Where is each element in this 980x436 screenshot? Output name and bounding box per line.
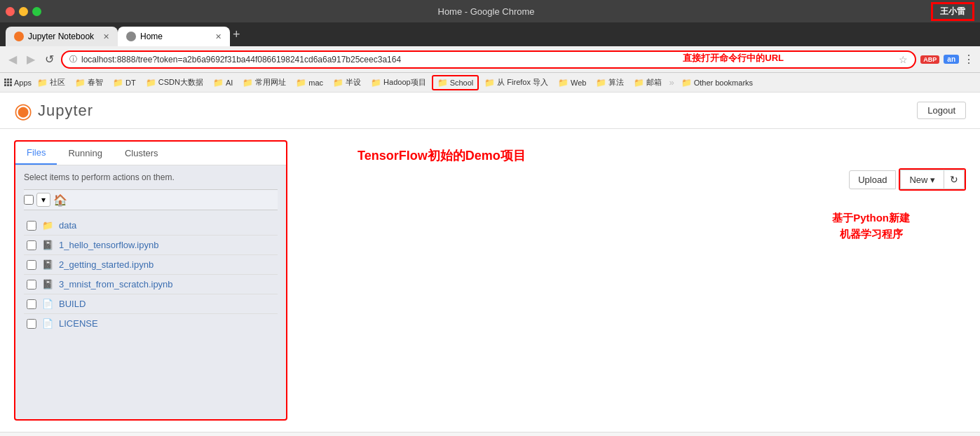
bm-csdn[interactable]: 📁CSDN大数据 — [142, 76, 207, 89]
file-row-mnist: 📓 3_mnist_from_scratch.ipynb — [24, 275, 278, 294]
demo-annotation: TensorFlow初始的Demo项目 — [358, 147, 526, 164]
file-icon: 📄 — [42, 318, 53, 329]
folder-icon: 📁 — [596, 78, 606, 88]
folder-icon: 📁 — [213, 78, 224, 88]
folder-icon: 📁 — [75, 78, 86, 88]
jupyter-logo-text: Jupyter — [38, 102, 93, 120]
close-button[interactable] — [6, 7, 15, 16]
bookmark-star-icon[interactable]: ☆ — [899, 54, 908, 65]
tab-home-label: Home — [140, 32, 163, 41]
file-checkbox[interactable] — [27, 319, 36, 329]
titlebar: Home - Google Chrome 王小雷 — [0, 0, 980, 22]
refresh-button[interactable]: ↻ — [944, 170, 965, 189]
adblock-badge: ABP — [920, 55, 939, 64]
window-title: Home - Google Chrome — [47, 6, 925, 17]
bookmarks-bar: Apps 📁社区 📁春智 📁DT 📁CSDN大数据 📁AI 📁常用网址 📁mac… — [0, 73, 980, 93]
bm-changyong[interactable]: 📁常用网址 — [238, 76, 290, 89]
bm-dt[interactable]: 📁DT — [109, 76, 140, 89]
jupyter-header: ◉ Jupyter Logout — [0, 93, 980, 129]
new-button[interactable]: New ▾ — [900, 170, 944, 189]
folder-icon: 📁 — [634, 78, 644, 88]
home-navigate-button[interactable]: 🏠 — [53, 193, 67, 207]
notebook-icon: 📓 — [42, 259, 53, 270]
tab-jupyter-close[interactable]: ✕ — [103, 32, 109, 41]
file-checkbox[interactable] — [27, 280, 36, 289]
tab-jupyter[interactable]: Jupyter Notebook ✕ — [6, 27, 118, 46]
bm-banshe[interactable]: 📁半设 — [329, 76, 365, 89]
addressbar: ◀ ▶ ↺ ⓘ localhost:8888/tree?token=a2b6a9… — [0, 46, 980, 73]
file-list: 📁 data 📓 1_hello_tensorflow.ipynb 📓 2_ge… — [24, 216, 278, 333]
folder-icon: 📁 — [243, 78, 253, 88]
forward-button[interactable]: ▶ — [24, 51, 38, 67]
jupyter-logo-icon: ◉ — [14, 98, 32, 123]
bm-other[interactable]: 📁Other bookmarks — [677, 76, 757, 89]
bm-firefox[interactable]: 📁从 Firefox 导入 — [480, 76, 552, 89]
jupyter-favicon — [14, 32, 24, 41]
reload-button[interactable]: ↺ — [42, 51, 57, 67]
folder-icon: 📁 — [296, 78, 306, 88]
maximize-button[interactable] — [32, 7, 41, 16]
tab-files[interactable]: Files — [15, 142, 57, 165]
apps-button[interactable]: Apps — [4, 79, 32, 87]
file-name[interactable]: 1_hello_tensorflow.ipynb — [59, 240, 158, 250]
tab-running[interactable]: Running — [57, 142, 113, 165]
upload-button[interactable]: Upload — [849, 170, 896, 189]
python-annotation-text: 基于Python新建机器学习程序 — [832, 212, 910, 240]
action-row: Upload New ▾ ↻ — [849, 168, 966, 191]
statusbar: http://blog.csdn.net/dream_an — [0, 432, 980, 436]
file-name[interactable]: BUILD — [59, 299, 86, 309]
bm-web[interactable]: 📁Web — [554, 76, 590, 89]
file-row-getting-started: 📓 2_getting_started.ipynb — [24, 255, 278, 275]
folder-icon: 📁 — [437, 78, 448, 88]
url-box[interactable]: ⓘ localhost:8888/tree?token=a2b6a9692f31… — [61, 50, 916, 69]
back-button[interactable]: ◀ — [6, 51, 20, 67]
tab-home[interactable]: Home ✕ — [118, 27, 230, 46]
file-name[interactable]: LICENSE — [59, 318, 98, 329]
bm-youxiang[interactable]: 📁邮箱 — [629, 76, 666, 89]
folder-icon: 📁 — [558, 78, 569, 88]
folder-icon: 📁 — [146, 78, 156, 88]
apps-grid-icon — [4, 79, 12, 86]
folder-icon: 📁 — [371, 78, 381, 88]
bm-shequn[interactable]: 📁社区 — [33, 76, 69, 89]
file-checkbox[interactable] — [27, 240, 36, 250]
home-favicon — [126, 32, 136, 41]
notebook-icon: 📓 — [42, 279, 53, 289]
new-button-group: New ▾ ↻ — [899, 168, 966, 191]
file-panel-body: Select items to perform actions on them.… — [15, 165, 286, 340]
file-icon: 📄 — [42, 299, 53, 309]
tab-clusters[interactable]: Clusters — [114, 142, 170, 165]
new-tab-button[interactable]: + — [233, 27, 240, 42]
bm-suanfa[interactable]: 📁算法 — [592, 76, 628, 89]
jupyter-logo: ◉ Jupyter — [14, 98, 93, 123]
bm-mac[interactable]: 📁mac — [292, 76, 327, 89]
minimize-button[interactable] — [19, 7, 28, 16]
bm-separator: » — [669, 77, 674, 88]
apps-label: Apps — [14, 79, 32, 87]
tab-jupyter-label: Jupyter Notebook — [28, 32, 94, 41]
sort-dropdown[interactable]: ▾ — [36, 193, 50, 207]
window-controls — [6, 7, 41, 16]
file-tabs: Files Running Clusters — [15, 142, 286, 165]
file-checkbox[interactable] — [27, 299, 36, 309]
file-checkbox[interactable] — [27, 260, 36, 270]
folder-icon: 📁 — [113, 78, 123, 88]
bm-ai[interactable]: 📁AI — [209, 76, 237, 89]
user-profile-highlight: 王小雷 — [931, 2, 974, 21]
bm-hadoop[interactable]: 📁Hadoop项目 — [367, 76, 430, 89]
file-checkbox[interactable] — [27, 221, 36, 231]
file-name[interactable]: data — [59, 220, 76, 231]
tabs-bar: Jupyter Notebook ✕ Home ✕ + — [0, 22, 980, 46]
select-all-checkbox[interactable] — [24, 195, 34, 205]
bm-chunzhi[interactable]: 📁春智 — [71, 76, 107, 89]
main-content: Files Running Clusters Select items to p… — [0, 129, 980, 432]
file-name[interactable]: 2_getting_started.ipynb — [59, 259, 154, 270]
select-hint: Select items to perform actions on them. — [24, 172, 278, 182]
logout-button[interactable]: Logout — [917, 102, 966, 119]
bm-school[interactable]: 📁School — [432, 75, 479, 90]
url-text: localhost:8888/tree?token=a2b6a9692f31ba… — [81, 55, 894, 64]
file-panel: Files Running Clusters Select items to p… — [14, 140, 287, 421]
file-name[interactable]: 3_mnist_from_scratch.ipynb — [59, 279, 173, 289]
chrome-menu-icon[interactable]: ⋮ — [963, 53, 974, 66]
tab-home-close[interactable]: ✕ — [215, 32, 222, 41]
